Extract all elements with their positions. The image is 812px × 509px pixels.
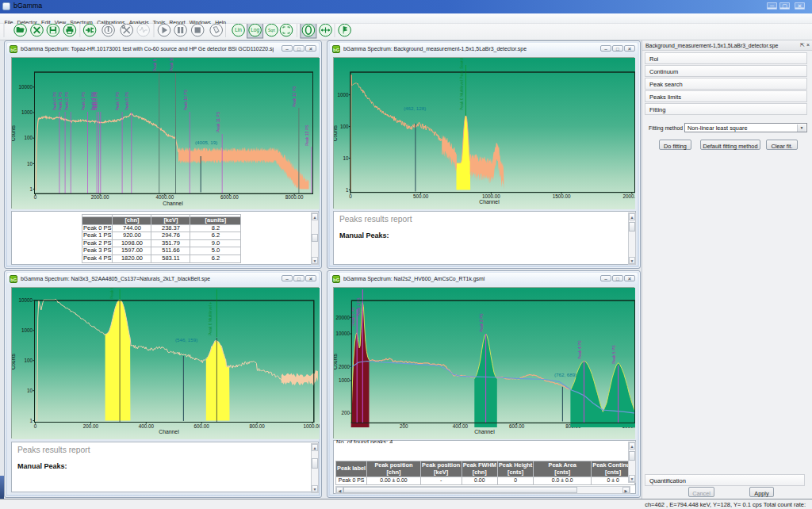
svg-text:10000: 10000 <box>335 331 350 336</box>
svg-text:200.00: 200.00 <box>83 423 99 429</box>
svg-text:1000: 1000 <box>21 109 33 115</box>
svg-text:Channel: Channel <box>479 199 500 205</box>
svg-text:1500.00: 1500.00 <box>553 193 571 199</box>
svg-text:400.00: 400.00 <box>453 423 469 429</box>
svg-text:Peak 1 PS: Peak 1 PS <box>356 297 361 316</box>
svg-text:800.00: 800.00 <box>249 423 265 429</box>
svg-text:600.00: 600.00 <box>509 423 525 429</box>
svg-text:100: 100 <box>24 358 33 363</box>
svg-text:2000.00: 2000.00 <box>91 194 109 200</box>
svg-text:Peak 5 PS: Peak 5 PS <box>611 345 616 364</box>
svg-text:10: 10 <box>343 155 349 161</box>
svg-text:400.00: 400.00 <box>139 423 155 429</box>
svg-text:1000.00: 1000.00 <box>482 193 500 199</box>
svg-text:Peak 11 PS: Peak 11 PS <box>216 111 220 132</box>
svg-text:(4005, 19): (4005, 19) <box>195 140 217 145</box>
svg-text:Log: Log <box>251 27 259 33</box>
svg-text:1000: 1000 <box>339 377 350 383</box>
svg-text:Peak 0 Multilevel Peak Search: Peak 0 Multilevel Peak Search <box>459 58 464 110</box>
svg-text:Peak 7 PS: Peak 7 PS <box>115 91 120 110</box>
svg-text:Peak 0 Multilevel +: Peak 0 Multilevel + <box>208 302 213 335</box>
svg-text:0: 0 <box>349 193 352 199</box>
svg-text:10000: 10000 <box>18 297 33 303</box>
svg-text:Peak 8 PS: Peak 8 PS <box>124 91 129 110</box>
svg-text:1: 1 <box>29 418 33 423</box>
svg-text:Peak 13 PS: Peak 13 PS <box>304 124 309 146</box>
svg-text:Peak 9 PS: Peak 9 PS <box>152 58 157 71</box>
svg-text:1000.00: 1000.00 <box>304 423 320 429</box>
svg-text:Peak 3 PS: Peak 3 PS <box>81 91 86 110</box>
svg-text:Peak 4 PS: Peak 4 PS <box>577 340 582 359</box>
svg-text:10: 10 <box>27 161 33 166</box>
svg-text:Channel: Channel <box>163 201 183 206</box>
svg-text:Counts: Counts <box>12 125 16 141</box>
svg-text:(546, 159): (546, 159) <box>175 337 197 343</box>
svg-text:200: 200 <box>400 423 408 429</box>
svg-text:2000: 2000 <box>339 364 350 369</box>
svg-text:1000: 1000 <box>337 92 349 98</box>
svg-text:Lin: Lin <box>235 27 242 33</box>
svg-text:Peak 6 PS: Peak 6 PS <box>94 91 98 110</box>
svg-text:1: 1 <box>29 186 33 192</box>
svg-text:Peak 3 PS: Peak 3 PS <box>479 313 484 332</box>
svg-text:Peak 10 PS: Peak 10 PS <box>183 89 188 110</box>
svg-text:Peak 1 PS: Peak 1 PS <box>58 91 63 110</box>
svg-text:100: 100 <box>24 135 33 140</box>
svg-text:Peak 0 PS: Peak 0 PS <box>52 91 57 110</box>
svg-text:500.00: 500.00 <box>413 193 429 199</box>
svg-text:Channel: Channel <box>159 429 179 434</box>
svg-text:2000.00: 2000.00 <box>622 193 635 199</box>
svg-text:Peak 0 PS: Peak 0 PS <box>350 307 355 326</box>
svg-text:Peak 2 PS: Peak 2 PS <box>64 91 69 110</box>
svg-text:8000.00: 8000.00 <box>285 194 304 200</box>
svg-text:(762, 689): (762, 689) <box>554 372 576 377</box>
svg-text:600.00: 600.00 <box>194 423 210 429</box>
svg-text:Peak 12 PS: Peak 12 PS <box>292 86 297 107</box>
svg-text:Counts: Counts <box>334 125 338 141</box>
svg-text:20000: 20000 <box>335 315 350 320</box>
svg-text:200: 200 <box>341 410 350 415</box>
svg-text:Channel: Channel <box>474 429 495 434</box>
svg-text:1: 1 <box>346 187 349 193</box>
svg-text:Peak 0 M: Peak 0 M <box>109 288 114 299</box>
svg-text:4000.00: 4000.00 <box>155 194 174 200</box>
svg-text:Counts: Counts <box>334 354 338 369</box>
svg-text:Sqrt: Sqrt <box>268 29 275 33</box>
svg-text:Peak 10 PS: Peak 10 PS <box>169 58 174 71</box>
svg-text:10: 10 <box>27 388 33 393</box>
svg-text:1000: 1000 <box>21 327 33 333</box>
svg-text:0: 0 <box>34 194 37 200</box>
svg-text:Counts: Counts <box>12 354 16 369</box>
svg-text:10000: 10000 <box>18 84 33 90</box>
svg-text:6000.00: 6000.00 <box>220 194 239 200</box>
svg-text:(462, 128): (462, 128) <box>404 105 426 111</box>
svg-text:0: 0 <box>34 423 37 429</box>
svg-text:100: 100 <box>340 124 349 129</box>
